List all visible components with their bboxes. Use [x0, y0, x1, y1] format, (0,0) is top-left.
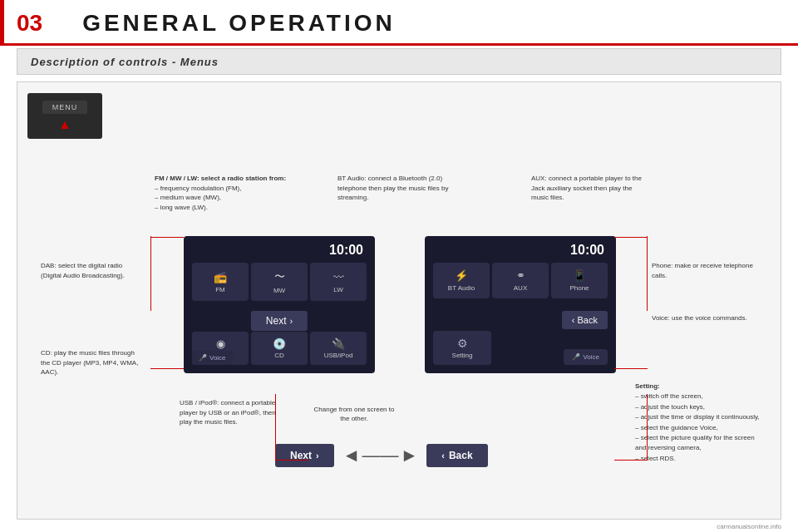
bluetooth-icon: ⚡ — [455, 269, 468, 282]
phone-description: Phone: make or receive telephone calls. — [652, 261, 760, 280]
dab-description: DAB: select the digital radio (Digital A… — [41, 261, 140, 280]
right-voice-button[interactable]: 🎤 Voice — [564, 349, 608, 365]
bottom-next-button[interactable]: Next › — [275, 444, 334, 467]
next-label: Next — [266, 315, 287, 327]
setting-label: Setting — [452, 352, 473, 359]
fm-button[interactable]: 📻 FM — [192, 263, 249, 301]
voice-right-description: Voice: use the voice commands. — [652, 313, 760, 323]
left-screen: 10:00 📻 FM 〜 MW 〰 LW Next › ◉ DAB — [184, 236, 375, 373]
usb-description: USB / iPod®: connect a portable player b… — [180, 398, 288, 427]
bottom-back-label: Back — [449, 450, 473, 461]
aux-button[interactable]: ⚭ AUX — [492, 263, 549, 298]
change-screen-label: Change from one screen to the other. — [308, 405, 400, 423]
voice-label-left: Voice — [209, 354, 226, 362]
annotation-line-6 — [614, 368, 648, 369]
navigation-buttons-row: Next › ◄ —— ► ‹ Back — [275, 444, 488, 467]
bidirectional-arrows: ◄ —— ► — [342, 445, 419, 466]
setting-item6: – select RDS. — [635, 455, 676, 462]
cd-icon: 💿 — [273, 337, 286, 350]
lw-button[interactable]: 〰 LW — [310, 263, 367, 301]
bottom-back-button[interactable]: ‹ Back — [426, 444, 487, 467]
em-dash-divider: —— — [362, 445, 398, 466]
left-voice-button[interactable]: 🎤 Voice — [192, 351, 233, 365]
bt-audio-label: BT Audio — [448, 284, 475, 292]
next-chevron-icon: › — [290, 316, 293, 326]
usb-ipod-button[interactable]: 🔌 USB/iPod — [310, 332, 367, 365]
left-screen-next-button[interactable]: Next › — [251, 311, 308, 331]
fm-item2: – medium wave (MW), — [155, 194, 221, 201]
setting-item2: – adjust the touch keys, — [635, 403, 705, 411]
voice-label-right: Voice — [583, 353, 599, 361]
fm-label: FM — [215, 286, 225, 293]
back-chevron-icon: ‹ — [572, 315, 575, 325]
annotation-line-2 — [150, 236, 151, 311]
main-content: MENU ▲ FM / MW / LW: select a radio stat… — [17, 81, 781, 520]
bottom-next-icon: › — [316, 451, 319, 461]
sub-header: Description of controls - Menus — [17, 48, 781, 75]
header-accent — [0, 0, 4, 46]
left-screen-top-buttons: 📻 FM 〜 MW 〰 LW — [184, 263, 375, 301]
bt-audio-button[interactable]: ⚡ BT Audio — [433, 263, 490, 298]
aux-description: AUX: connect a portable player to the Ja… — [531, 174, 648, 203]
fm-description: FM / MW / LW: select a radio station fro… — [155, 174, 288, 212]
cd-label: CD — [274, 352, 284, 359]
mw-label: MW — [273, 287, 285, 294]
aux-label: AUX — [514, 284, 527, 292]
cd-description: CD: play the music files through the CD … — [41, 348, 140, 377]
menu-arrow-icon: ▲ — [58, 117, 71, 132]
right-screen: 10:00 ⚡ BT Audio ⚭ AUX 📱 Phone ‹ Back ⚙ — [425, 236, 616, 373]
page-title: GENERAL OPERATION — [82, 10, 396, 37]
dab-icon: ◉ — [216, 337, 225, 350]
right-screen-time: 10:00 — [570, 243, 604, 258]
menu-button-label: MENU — [42, 101, 88, 114]
setting-button[interactable]: ⚙ Setting — [433, 331, 491, 365]
fm-item1: – frequency modulation (FM), — [155, 185, 242, 192]
mw-icon: 〜 — [274, 269, 285, 284]
right-screen-back-button[interactable]: ‹ Back — [562, 311, 608, 329]
sub-header-title: Description of controls - Menus — [31, 56, 219, 68]
usb-icon: 🔌 — [332, 337, 345, 350]
setting-item1: – switch off the screen, — [635, 392, 703, 400]
left-screen-time: 10:00 — [329, 243, 363, 258]
lw-icon: 〰 — [333, 271, 344, 283]
annotation-line-7 — [275, 394, 276, 461]
lw-label: LW — [333, 286, 342, 293]
annotation-line-3 — [150, 368, 184, 369]
setting-item3: – adjust the time or display it continuo… — [635, 413, 760, 421]
setting-item5: – select the picture quality for the scr… — [635, 434, 755, 451]
phone-button[interactable]: 📱 Phone — [551, 263, 608, 298]
page-header: 03 GENERAL OPERATION — [0, 0, 798, 46]
back-label: Back — [578, 315, 598, 325]
usb-label: USB/iPod — [324, 352, 353, 359]
voice-icon-right: 🎤 — [572, 353, 580, 361]
header-border — [0, 43, 798, 46]
phone-icon: 📱 — [573, 269, 586, 282]
setting-description: Setting: – switch off the screen, – adju… — [635, 382, 760, 464]
right-arrow-icon: ► — [400, 445, 418, 466]
phone-label: Phone — [569, 284, 589, 292]
annotation-line-1 — [150, 237, 184, 238]
mw-button[interactable]: 〜 MW — [251, 263, 308, 301]
annotation-line-9 — [647, 394, 648, 461]
annotation-line-4 — [614, 237, 648, 238]
fm-icon: 📻 — [214, 271, 227, 283]
bt-audio-description: BT Audio: connect a Bluetooth (2.0) tele… — [337, 174, 458, 203]
annotation-line-10 — [614, 460, 648, 461]
website-footer: carmanualsonline.info — [717, 523, 781, 530]
gear-icon: ⚙ — [457, 337, 468, 350]
aux-icon: ⚭ — [516, 269, 525, 282]
cd-button[interactable]: 💿 CD — [251, 332, 308, 365]
left-arrow-icon: ◄ — [342, 445, 361, 466]
annotation-line-5 — [647, 236, 648, 311]
annotation-line-8 — [275, 460, 308, 461]
voice-icon-left: 🎤 — [199, 354, 207, 362]
menu-device-image: MENU ▲ — [27, 93, 102, 139]
fm-item3: – long wave (LW). — [155, 204, 208, 211]
chapter-number: 03 — [17, 10, 42, 37]
bottom-back-icon: ‹ — [441, 451, 445, 461]
right-screen-top-buttons: ⚡ BT Audio ⚭ AUX 📱 Phone — [425, 263, 616, 298]
